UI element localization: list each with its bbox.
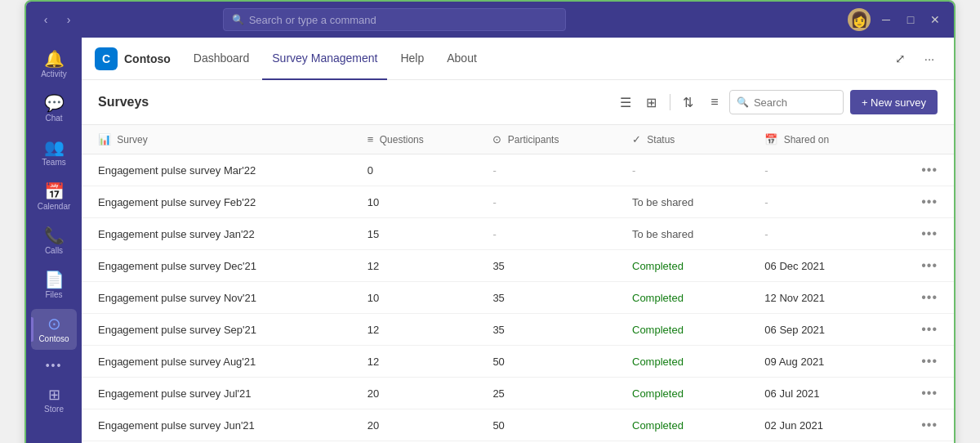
- surveys-tbody: Engagement pulse survey Mar'22 0 - - - •…: [82, 154, 954, 441]
- sidebar-item-store[interactable]: ⊞ Store: [31, 381, 77, 420]
- files-icon: 📄: [44, 271, 65, 288]
- sidebar-item-calendar[interactable]: 📅 Calendar: [31, 177, 77, 217]
- title-bar: ‹ › 🔍 Search or type a command 👩 ─ □ ✕: [26, 2, 954, 38]
- surveys-table-container: 📊 Survey ≡ Questions ⊙ Participants: [82, 125, 954, 443]
- cell-survey-name: Engagement pulse survey Jul'21: [82, 378, 351, 409]
- cell-shared-on: 06 Jul 2021: [748, 378, 884, 409]
- store-icon: ⊞: [48, 387, 60, 402]
- cell-shared-on: 06 Sep 2021: [748, 314, 884, 346]
- list-view-button[interactable]: ☰: [614, 91, 637, 114]
- sidebar: 🔔 Activity 💬 Chat 👥 Teams 📅 Calendar 📞 C…: [26, 38, 82, 443]
- cell-participants: 50: [476, 409, 616, 441]
- tab-help[interactable]: Help: [390, 38, 434, 80]
- row-actions-button[interactable]: •••: [885, 282, 954, 314]
- cell-participants: -: [476, 154, 616, 186]
- participants-col-icon: ⊙: [492, 133, 501, 145]
- cell-shared-on: -: [748, 218, 884, 250]
- col-header-shared-on: 📅 Shared on: [748, 125, 884, 154]
- tab-survey-management[interactable]: Survey Management: [262, 38, 387, 80]
- table-row: Engagement pulse survey Feb'22 10 - To b…: [82, 186, 954, 218]
- col-header-questions: ≡ Questions: [351, 125, 477, 154]
- search-box[interactable]: 🔍: [729, 90, 844, 114]
- cell-participants: 50: [476, 346, 616, 378]
- cell-shared-on: 09 Aug 2021: [748, 346, 884, 378]
- close-button[interactable]: ✕: [926, 11, 944, 29]
- cell-shared-on: -: [748, 154, 884, 186]
- col-header-survey: 📊 Survey: [82, 125, 351, 154]
- chat-icon: 💬: [44, 95, 65, 111]
- search-input[interactable]: [754, 96, 835, 109]
- shared-col-icon: 📅: [764, 133, 777, 145]
- row-actions-button[interactable]: •••: [885, 218, 954, 250]
- row-actions-button[interactable]: •••: [885, 154, 954, 186]
- cell-shared-on: -: [748, 186, 884, 218]
- col-header-status: ✓ Status: [616, 125, 748, 154]
- table-row: Engagement pulse survey Sep'21 12 35 Com…: [82, 314, 954, 346]
- popout-button[interactable]: ⤢: [889, 47, 911, 70]
- main-content: C Contoso Dashboard Survey Management He…: [82, 38, 954, 443]
- title-bar-search[interactable]: 🔍 Search or type a command: [223, 8, 566, 31]
- cell-participants: 35: [476, 314, 616, 346]
- tab-about[interactable]: About: [437, 38, 487, 80]
- col-header-participants: ⊙ Participants: [476, 125, 616, 154]
- top-nav-right: ⤢ ···: [889, 47, 941, 70]
- row-actions-button[interactable]: •••: [885, 378, 954, 409]
- sidebar-item-activity[interactable]: 🔔 Activity: [31, 44, 77, 85]
- sidebar-item-contoso[interactable]: ⊙ Contoso: [31, 309, 77, 350]
- sidebar-item-teams[interactable]: 👥 Teams: [31, 132, 77, 173]
- cell-survey-name: Engagement pulse survey Sep'21: [82, 314, 351, 346]
- sidebar-label-activity: Activity: [41, 70, 67, 78]
- maximize-button[interactable]: □: [902, 11, 920, 29]
- cell-survey-name: Engagement pulse survey Dec'21: [82, 250, 351, 282]
- cell-questions: 12: [351, 250, 477, 282]
- filter-button[interactable]: ≡: [703, 91, 726, 114]
- tab-dashboard[interactable]: Dashboard: [184, 38, 260, 80]
- table-row: Engagement pulse survey Aug'21 12 50 Com…: [82, 346, 954, 378]
- nav-back-button[interactable]: ‹: [36, 10, 56, 29]
- avatar[interactable]: 👩: [848, 8, 871, 31]
- cell-survey-name: Engagement pulse survey Nov'21: [82, 282, 351, 314]
- row-actions-button[interactable]: •••: [885, 314, 954, 346]
- topnav-more-button[interactable]: ···: [918, 47, 941, 70]
- grid-view-button[interactable]: ⊞: [640, 91, 663, 114]
- sidebar-item-more[interactable]: •••: [31, 353, 77, 378]
- cell-status: Completed: [616, 314, 748, 346]
- sort-button[interactable]: ⇅: [677, 91, 700, 114]
- row-actions-button[interactable]: •••: [885, 186, 954, 218]
- cell-participants: 35: [476, 282, 616, 314]
- cell-questions: 20: [351, 409, 477, 441]
- toolbar-icons: ☰ ⊞ ⇅ ≡ 🔍: [614, 90, 844, 114]
- nav-forward-button[interactable]: ›: [59, 10, 78, 29]
- table-row: Engagement pulse survey Dec'21 12 35 Com…: [82, 250, 954, 282]
- sidebar-label-store: Store: [44, 405, 64, 414]
- cell-shared-on: 02 Jun 2021: [748, 409, 884, 441]
- cell-questions: 12: [351, 346, 477, 378]
- sidebar-item-calls[interactable]: 📞 Calls: [31, 221, 77, 262]
- cell-shared-on: 06 Dec 2021: [748, 250, 884, 282]
- row-actions-button[interactable]: •••: [885, 250, 954, 282]
- search-icon: 🔍: [232, 14, 244, 25]
- cell-shared-on: 12 Nov 2021: [748, 282, 884, 314]
- sidebar-label-calendar: Calendar: [38, 203, 71, 211]
- cell-questions: 0: [351, 154, 477, 186]
- more-icon: •••: [46, 360, 63, 371]
- new-survey-button[interactable]: + New survey: [850, 90, 938, 114]
- sidebar-label-teams: Teams: [42, 159, 65, 167]
- cell-status: Completed: [616, 282, 748, 314]
- cell-survey-name: Engagement pulse survey Feb'22: [82, 186, 351, 218]
- surveys-header: Surveys ☰ ⊞ ⇅ ≡ 🔍 + New survey: [82, 80, 954, 125]
- cell-status: Completed: [616, 346, 748, 378]
- sidebar-item-chat[interactable]: 💬 Chat: [31, 88, 77, 129]
- cell-participants: -: [476, 218, 616, 250]
- minimize-button[interactable]: ─: [877, 11, 895, 29]
- survey-col-icon: 📊: [98, 133, 111, 145]
- app-name: Contoso: [124, 52, 171, 65]
- row-actions-button[interactable]: •••: [885, 409, 954, 441]
- cell-questions: 10: [351, 282, 477, 314]
- cell-questions: 20: [351, 378, 477, 409]
- nav-buttons[interactable]: ‹ ›: [36, 10, 78, 29]
- row-actions-button[interactable]: •••: [885, 346, 954, 378]
- table-row: Engagement pulse survey Jun'21 20 50 Com…: [82, 409, 954, 441]
- sidebar-label-files: Files: [45, 291, 62, 299]
- sidebar-item-files[interactable]: 📄 Files: [31, 265, 77, 306]
